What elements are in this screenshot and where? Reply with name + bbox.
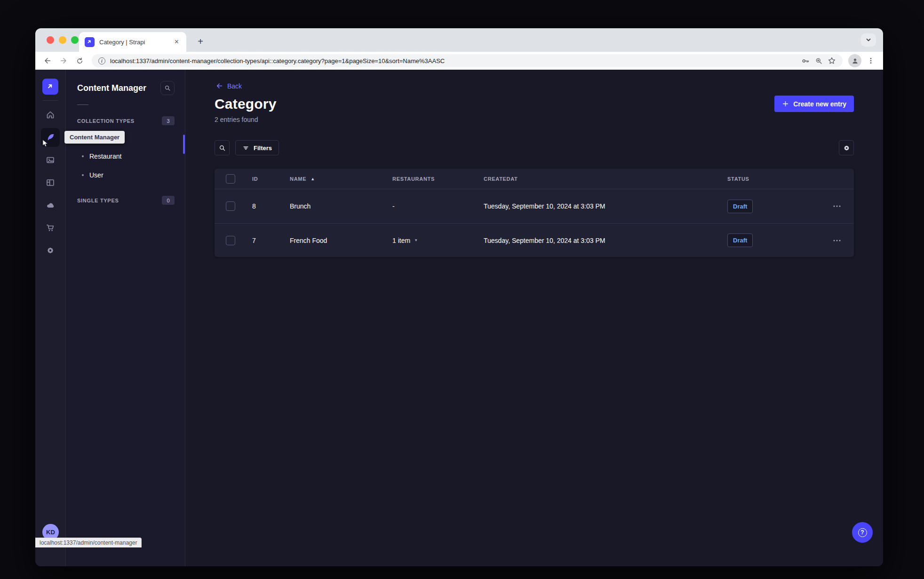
link-preview-status-bar: localhost:1337/admin/content-manager	[35, 538, 142, 547]
main-nav-rail: KD	[35, 70, 66, 566]
more-horizontal-icon	[833, 205, 841, 207]
strapi-logo[interactable]	[42, 79, 58, 95]
zoom-window-button[interactable]	[71, 36, 79, 44]
strapi-admin: KD Content Manager COLLECTION TYPES 3 Ca…	[35, 70, 883, 566]
strapi-favicon	[85, 37, 95, 47]
subnav-item-restaurant[interactable]: Restaurant	[66, 147, 185, 166]
gear-icon	[46, 246, 55, 255]
entries-count-subtitle: 2 entries found	[215, 116, 854, 123]
cell-createdat: Tuesday, September 10, 2024 at 3:03 PM	[484, 237, 605, 244]
sort-ascending-icon[interactable]: ▲	[311, 177, 315, 181]
entries-table: ID NAME ▲ RESTAURANTS CREATEDAT STATUS 8…	[215, 169, 854, 257]
media-library-icon	[46, 155, 55, 165]
active-item-indicator	[183, 135, 185, 154]
cloud-icon	[46, 201, 55, 210]
header-createdat[interactable]: CREATEDAT	[484, 176, 518, 182]
filter-icon	[242, 145, 249, 152]
password-key-icon[interactable]	[801, 56, 810, 65]
subnav-item-label: Restaurant	[89, 153, 121, 160]
zoom-search-icon[interactable]	[815, 57, 823, 65]
back-nav-button[interactable]	[41, 54, 54, 67]
browser-window: Category | Strapi × + i localhost:1337/a…	[35, 28, 883, 566]
back-link[interactable]: Back	[215, 82, 854, 90]
url-bar[interactable]: i localhost:1337/admin/content-manager/c…	[92, 54, 843, 67]
cell-id: 8	[252, 202, 256, 210]
search-icon	[164, 85, 171, 91]
new-tab-button[interactable]: +	[193, 34, 207, 48]
nav-content-type-builder-button[interactable]	[41, 173, 60, 192]
header-name[interactable]: NAME	[290, 176, 306, 182]
nav-settings-button[interactable]	[41, 241, 60, 260]
shopping-cart-icon	[46, 223, 55, 233]
main-content: Back Category Create new entry 2 entries…	[185, 70, 883, 566]
nav-home-button[interactable]	[41, 105, 60, 124]
create-new-entry-button[interactable]: Create new entry	[774, 96, 854, 112]
table-row[interactable]: 8 Brunch - Tuesday, September 10, 2024 a…	[215, 189, 854, 223]
cell-name: French Food	[290, 237, 327, 244]
nav-marketplace-button[interactable]	[41, 218, 60, 237]
reload-button[interactable]	[73, 54, 86, 67]
browser-toolbar: i localhost:1337/admin/content-manager/c…	[35, 52, 883, 70]
tab-strip: Category | Strapi × +	[35, 28, 883, 52]
row-checkbox[interactable]	[226, 236, 235, 245]
browser-profile-button[interactable]	[848, 54, 861, 67]
forward-nav-button[interactable]	[57, 54, 70, 67]
row-actions-button[interactable]	[833, 205, 841, 207]
arrow-left-icon	[215, 82, 223, 90]
content-manager-subnav: Content Manager COLLECTION TYPES 3 Categ…	[66, 70, 185, 566]
subnav-item-label: User	[89, 171, 104, 179]
cell-restaurants: -	[392, 202, 395, 210]
select-all-checkbox[interactable]	[226, 174, 235, 184]
header-status[interactable]: STATUS	[727, 176, 749, 182]
mouse-cursor-icon	[42, 139, 49, 148]
subnav-item-user[interactable]: User	[66, 166, 185, 185]
header-restaurants[interactable]: RESTAURANTS	[392, 176, 435, 182]
table-row[interactable]: 7 French Food 1 item ▼ Tuesday, Septembe…	[215, 223, 854, 257]
close-window-button[interactable]	[47, 36, 54, 44]
cell-id: 7	[252, 237, 256, 244]
single-types-count: 0	[162, 196, 175, 205]
nav-cloud-button[interactable]	[41, 196, 60, 215]
status-badge: Draft	[727, 200, 753, 213]
status-badge: Draft	[727, 233, 753, 247]
subnav-search-button[interactable]	[160, 81, 175, 95]
rail-divider	[43, 100, 58, 101]
filters-button[interactable]: Filters	[235, 140, 279, 155]
home-icon	[46, 110, 55, 120]
minimize-window-button[interactable]	[59, 36, 66, 44]
create-new-entry-label: Create new entry	[793, 100, 846, 108]
page-title: Category	[215, 96, 277, 112]
browser-tab[interactable]: Category | Strapi ×	[79, 32, 186, 52]
table-header-row: ID NAME ▲ RESTAURANTS CREATEDAT STATUS	[215, 169, 854, 189]
row-actions-button[interactable]	[833, 240, 841, 241]
tab-title: Category | Strapi	[99, 39, 168, 46]
collection-types-count: 3	[162, 116, 175, 125]
browser-menu-button[interactable]	[864, 54, 877, 67]
search-icon	[219, 145, 226, 152]
content-type-builder-icon	[46, 178, 55, 187]
help-button[interactable]: ?	[852, 522, 873, 543]
window-controls	[47, 36, 79, 44]
more-horizontal-icon	[833, 240, 841, 241]
back-link-label: Back	[227, 82, 242, 90]
view-settings-button[interactable]	[839, 140, 854, 155]
content-manager-tooltip: Content Manager	[64, 131, 125, 144]
url-text[interactable]: localhost:1337/admin/content-manager/col…	[110, 57, 797, 64]
chevron-down-icon[interactable]: ▼	[414, 238, 418, 242]
cell-createdat: Tuesday, September 10, 2024 at 3:03 PM	[484, 202, 605, 210]
nav-content-manager-button[interactable]	[41, 128, 60, 147]
filters-label: Filters	[254, 145, 272, 152]
row-checkbox[interactable]	[226, 201, 235, 211]
bookmark-star-icon[interactable]	[828, 56, 836, 65]
list-search-button[interactable]	[215, 140, 230, 155]
header-id[interactable]: ID	[252, 176, 258, 182]
tab-close-icon[interactable]: ×	[173, 37, 181, 47]
single-types-label: SINGLE TYPES	[77, 198, 119, 203]
nav-media-library-button[interactable]	[41, 151, 60, 169]
cell-restaurants[interactable]: 1 item	[392, 237, 410, 244]
collection-types-label: COLLECTION TYPES	[77, 118, 135, 124]
page-info-icon[interactable]: i	[98, 57, 105, 64]
tab-search-button[interactable]	[861, 33, 876, 47]
question-mark-icon: ?	[858, 528, 867, 537]
subnav-title: Content Manager	[77, 83, 146, 93]
